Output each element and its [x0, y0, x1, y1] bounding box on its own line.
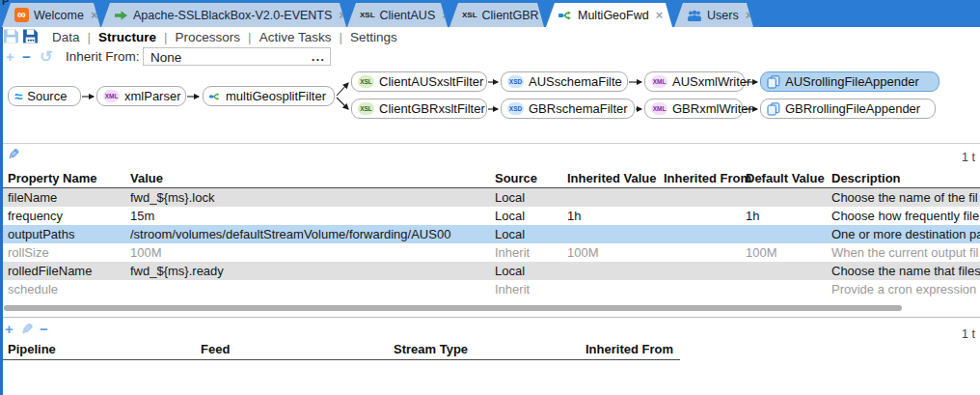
tab-clientgbr[interactable]: XSL ClientGBR × [449, 3, 544, 27]
pipeline-node-ausschemafilter[interactable]: XSD AUSschemaFilte [501, 71, 628, 92]
column-header-pipeline: Pipeline [8, 342, 56, 357]
close-icon[interactable]: × [339, 8, 346, 22]
menu-separator: | [339, 30, 342, 44]
column-header-inherited-from: Inherited From [664, 171, 751, 186]
ellipsis-button[interactable]: ... [312, 48, 325, 65]
node-label: GBRschemaFilter [529, 101, 628, 116]
pipeline-references-panel: + ✎ − 1 t Pipeline Feed Stream Type Inhe… [0, 318, 980, 395]
edit-reference-icon[interactable]: ✎ [21, 320, 34, 339]
column-header-description: Description [831, 171, 901, 186]
close-icon[interactable]: × [442, 8, 448, 22]
tab-label: Apache-SSLBlackBox-V2.0-EVENTS [133, 9, 332, 22]
node-label: multiGeosplitFilter [226, 89, 326, 103]
pipeline-node-source[interactable]: ≈ Source [8, 86, 81, 106]
pipeline-node-gbrrollingfileappender[interactable]: GBRrollingFileAppender [760, 99, 936, 119]
tab-users[interactable]: Users × [674, 3, 753, 27]
pipeline-node-xmlparser[interactable]: XML xmlParser [96, 86, 186, 106]
view-menu: Data | Structure | Processors | Active T… [52, 27, 397, 46]
tab-apache-sslblackbox[interactable]: Apache-SSLBlackBox-V2.0-EVENTS × [101, 3, 346, 27]
column-header-stream-type: Stream Type [394, 342, 468, 357]
tab-label: Users [707, 9, 739, 22]
pipeline-node-multigeosplitfilter[interactable]: multiGeosplitFilter [203, 86, 335, 106]
property-row-rollsize[interactable]: rollSize100M Inherit100M 100M When the c… [0, 243, 980, 262]
node-label: ClientGBRxsltFilter [379, 101, 485, 116]
tab-label: ClientGBR [482, 9, 539, 22]
column-header-inherited-from: Inherited From [585, 342, 673, 357]
close-icon[interactable]: × [656, 8, 664, 22]
property-row-schedule[interactable]: schedule Inherit Provide a cron expressi… [0, 280, 980, 298]
schema-filter-icon: XSD [507, 75, 524, 88]
properties-panel: ✎ 1 t Property Name Value Source Inherit… [0, 143, 980, 318]
remove-icon[interactable]: − [22, 46, 31, 68]
menu-item-settings[interactable]: Settings [350, 30, 397, 44]
property-row-frequency[interactable]: frequency15m Local1h 1h Choose how frequ… [0, 207, 980, 225]
properties-pagination: 1 t [962, 151, 975, 164]
column-header-property-name: Property Name [8, 171, 96, 186]
pipeline-node-gbrxmlwriter[interactable]: XML GBRxmlWriter [644, 99, 743, 119]
column-header-source: Source [495, 171, 537, 186]
node-label: xmlParser [124, 89, 181, 103]
schema-filter-icon: XSD [507, 102, 524, 115]
node-label: GBRrollingFileAppender [785, 101, 920, 116]
xslt-filter-icon: XSL [358, 75, 374, 88]
column-header-value: Value [130, 171, 163, 186]
edit-property-icon[interactable]: ✎ [8, 146, 20, 163]
tab-label: Welcome [34, 9, 84, 22]
column-header-inherited-value: Inherited Value [567, 171, 656, 186]
menu-item-structure[interactable]: Structure [98, 30, 156, 44]
property-row-rolledfilename[interactable]: rolledFileNamefwd_${ms}.ready Local Choo… [0, 262, 980, 280]
close-icon[interactable]: × [91, 8, 98, 22]
node-label: AUSschemaFilte [529, 74, 622, 89]
add-icon[interactable]: + [6, 46, 14, 68]
pipeline-node-gbrschemafilter[interactable]: XSD GBRschemaFilter [501, 99, 635, 119]
tab-clientaus[interactable]: XSL ClientAUS × [347, 3, 448, 27]
pipeline-node-clientgbrxsltfilter[interactable]: XSL ClientGBRxsltFilter [351, 99, 487, 119]
pipeline-node-ausrollingfileappender[interactable]: AUSrollingFileAppender [760, 71, 939, 92]
remove-reference-icon[interactable]: − [40, 320, 48, 339]
green-arrow-icon [114, 10, 128, 21]
tab-label: MultiGeoFwd [578, 9, 649, 22]
document-menubar: Data | Structure | Processors | Active T… [0, 27, 980, 47]
inherit-from-bar: + − ↺ Inherit From: None ... [0, 46, 980, 70]
property-row-outputpaths-selected[interactable]: outputPaths/stroom/volumes/defaultStream… [0, 225, 980, 243]
node-label: AUSrollingFileAppender [785, 74, 919, 89]
node-label: AUSxmlWriter [672, 74, 750, 89]
close-icon[interactable]: × [746, 8, 753, 22]
menu-separator: | [164, 30, 168, 44]
split-filter-icon [209, 91, 221, 102]
menu-item-processors[interactable]: Processors [176, 30, 241, 44]
header-divider [0, 359, 680, 360]
save-icon[interactable] [3, 28, 19, 44]
inherit-from-value: None [150, 50, 181, 65]
pipeline-structure-panel: ≈ Source XML xmlParser multiGeosplitFilt… [0, 69, 980, 143]
menu-item-data[interactable]: Data [52, 30, 80, 44]
tab-bar: P ∞ Welcome × Apache-SSLBlackBox-V2.0-EV… [0, 0, 980, 27]
clipped-text-fragment: P [2, 0, 9, 7]
xsl-icon: XSL [462, 11, 477, 19]
pipeline-split-icon [558, 10, 573, 21]
stream-source-icon: ≈ [14, 89, 22, 103]
column-header-default-value: Default Value [746, 171, 825, 186]
window-left-edge [0, 27, 3, 395]
references-pagination: 1 t [962, 327, 975, 341]
inherit-from-field[interactable]: None ... [143, 47, 331, 66]
menu-item-active-tasks[interactable]: Active Tasks [259, 30, 332, 44]
xml-writer-icon: XML [651, 102, 667, 115]
tab-multigeofwd[interactable]: MultiGeoFwd × [546, 3, 672, 27]
save-all-icon[interactable] [22, 28, 39, 44]
tab-welcome[interactable]: ∞ Welcome × [2, 3, 100, 27]
property-row-filename[interactable]: fileNamefwd_${ms}.lock Local Choose the … [0, 188, 980, 207]
restore-icon[interactable]: ↺ [40, 46, 52, 68]
xml-parser-icon: XML [103, 90, 120, 102]
menu-separator: | [248, 30, 252, 44]
stroom-logo-icon: ∞ [14, 8, 29, 22]
node-label: Source [27, 89, 67, 103]
rolling-file-icon [767, 75, 780, 89]
users-group-icon [687, 10, 702, 21]
column-header-feed: Feed [201, 342, 230, 357]
add-reference-icon[interactable]: + [5, 320, 14, 339]
horizontal-scrollbar-thumb[interactable] [4, 305, 902, 311]
pipeline-node-ausxmlwriter[interactable]: XML AUSxmlWriter [644, 71, 745, 92]
pipeline-node-clientausxsltfilter[interactable]: XSL ClientAUSxsltFilter [351, 71, 487, 92]
stroom-app: P ∞ Welcome × Apache-SSLBlackBox-V2.0-EV… [0, 0, 980, 395]
